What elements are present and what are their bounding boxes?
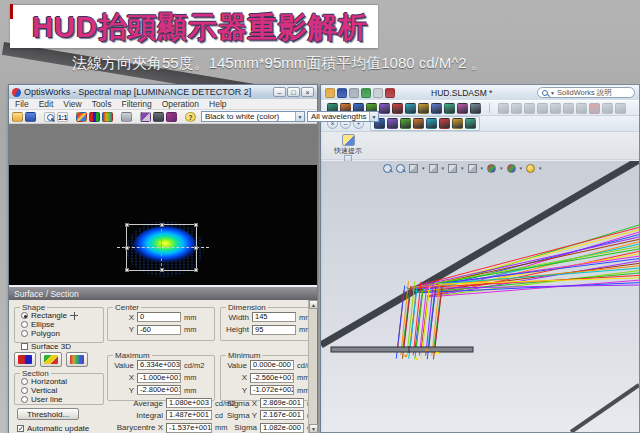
sw-feature-icon[interactable] xyxy=(405,103,416,114)
undo-icon[interactable] xyxy=(361,88,371,98)
sw-sketch-icon[interactable] xyxy=(537,103,548,114)
selection-handle[interactable] xyxy=(194,246,198,250)
scroll-down-button[interactable]: ▼ xyxy=(309,424,318,433)
quick-tips-widget[interactable]: 快速提示 xyxy=(333,134,363,162)
colormap-grid-icon[interactable] xyxy=(102,112,113,122)
scale-1-1-icon[interactable]: 1:1 xyxy=(57,112,68,122)
selection-handle[interactable] xyxy=(125,268,129,272)
surface-3d-checkbox[interactable]: Surface 3D xyxy=(21,342,71,351)
sw-evaluate-icon[interactable] xyxy=(387,118,398,129)
dimension-height-value[interactable]: 95 xyxy=(252,325,296,335)
minimum-value-value[interactable]: 0.000e-000 xyxy=(250,360,294,370)
colormap-dropdown[interactable]: Black to white (color)▼ xyxy=(201,111,305,122)
selection-handle[interactable] xyxy=(125,246,129,250)
clipboard-icon[interactable] xyxy=(373,88,383,98)
minimize-button[interactable]: – xyxy=(273,87,286,97)
threshold-button[interactable]: Threshold... xyxy=(17,408,79,420)
view-orientation-icon[interactable] xyxy=(448,164,457,173)
stat-integral-value[interactable]: 1.487e+001 xyxy=(166,410,212,420)
selection-rectangle[interactable] xyxy=(126,224,197,271)
center-y-value[interactable]: -60 xyxy=(137,325,181,335)
sw-sketch-icon[interactable] xyxy=(602,103,613,114)
menu-item-edit[interactable]: Edit xyxy=(39,99,54,109)
adjust-icon[interactable] xyxy=(153,112,164,122)
selection-handle[interactable] xyxy=(160,268,164,272)
menu-item-tools[interactable]: Tools xyxy=(92,99,112,109)
open-icon[interactable] xyxy=(325,88,335,98)
filter-icon[interactable] xyxy=(166,112,177,122)
selection-handle[interactable] xyxy=(125,223,129,227)
center-x-value[interactable]: 0 xyxy=(137,312,181,322)
sw-feature-icon[interactable] xyxy=(457,103,468,114)
help-lamp-icon[interactable]: ? xyxy=(185,112,196,122)
sw-sketch-icon[interactable] xyxy=(576,103,587,114)
stat-sigma-y-value[interactable]: 2.167e-001 xyxy=(260,410,304,420)
sw-sketch-icon[interactable] xyxy=(524,103,535,114)
stat-sigma-x-value[interactable]: 2.869e-001 xyxy=(260,398,304,408)
sw-sketch-icon[interactable] xyxy=(498,103,509,114)
zoom-icon[interactable] xyxy=(44,112,55,122)
display-style-icon[interactable] xyxy=(468,164,477,173)
menu-item-view[interactable]: View xyxy=(63,99,81,109)
solidworks-titlebar[interactable]: HUD.SLDASM * ▼ SolidWorks 說明 xyxy=(321,85,639,100)
sw-evaluate-icon[interactable] xyxy=(465,118,476,129)
section-option-user-line[interactable]: User line xyxy=(21,395,63,404)
section-view-icon[interactable] xyxy=(429,164,438,173)
maximum-value-value[interactable]: 6.334e+003 xyxy=(137,360,181,370)
colorbar-red-blue-icon[interactable] xyxy=(14,352,36,367)
shape-option-rectangle[interactable]: Rectangle xyxy=(21,311,78,320)
sw-sketch-icon[interactable] xyxy=(550,103,561,114)
colorbar-icon[interactable] xyxy=(89,112,100,122)
sw-sketch-icon[interactable] xyxy=(615,103,626,114)
previous-view-icon[interactable] xyxy=(409,164,418,173)
menu-item-help[interactable]: Help xyxy=(209,99,226,109)
maximum-x-value[interactable]: -1.000e+001 xyxy=(137,373,181,383)
sw-sketch-icon[interactable] xyxy=(511,103,522,114)
menu-item-file[interactable]: File xyxy=(15,99,29,109)
scene-icon[interactable] xyxy=(526,164,535,173)
maximize-button[interactable]: □ xyxy=(287,87,300,97)
sw-evaluate-icon[interactable] xyxy=(439,118,450,129)
optisworks-titlebar[interactable]: OptisWorks - Spectral map [LUMINANCE DET… xyxy=(9,85,317,99)
zoom-area-icon[interactable] xyxy=(396,164,405,173)
dimension-width-value[interactable]: 145 xyxy=(252,312,296,322)
sw-evaluate-icon[interactable] xyxy=(400,118,411,129)
scroll-up-button[interactable]: ▲ xyxy=(309,300,318,309)
minimum-x-value[interactable]: -2.560e+001 xyxy=(250,373,294,383)
open-folder-icon[interactable] xyxy=(12,112,23,122)
minimum-y-value[interactable]: -1.072e+002 xyxy=(250,385,294,395)
selection-handle[interactable] xyxy=(194,223,198,227)
maximum-y-value[interactable]: -2.800e+001 xyxy=(137,385,181,395)
menu-item-filtering[interactable]: Filtering xyxy=(121,99,151,109)
rainbow-grid-icon[interactable] xyxy=(66,352,88,367)
solidworks-3d-viewport[interactable]: ▾▾▾▾▾▾▾ xyxy=(321,161,639,432)
panel-scrollbar[interactable]: ▲ ▼ xyxy=(308,300,317,433)
sw-feature-icon[interactable] xyxy=(470,103,481,114)
sw-evaluate-icon[interactable] xyxy=(452,118,463,129)
print-icon[interactable] xyxy=(349,88,359,98)
stat-sigma-value[interactable]: 1.082e-000 xyxy=(260,423,304,433)
save-icon[interactable] xyxy=(25,112,36,122)
sw-evaluate-icon[interactable] xyxy=(413,118,424,129)
shapes-icon[interactable] xyxy=(140,112,151,122)
hide-show-icon[interactable] xyxy=(487,164,496,173)
stat-barycentre-x-value[interactable]: -1.537e+001 xyxy=(166,423,212,433)
shape-option-ellipse[interactable]: Ellipse xyxy=(21,320,55,329)
close-button[interactable]: × xyxy=(301,87,314,97)
shape-option-polygon[interactable]: Polygon xyxy=(21,329,60,338)
menu-item-operation[interactable]: Operation xyxy=(162,99,199,109)
sw-feature-icon[interactable] xyxy=(418,103,429,114)
zoom-fit-icon[interactable] xyxy=(383,164,392,173)
automatic-update-checkbox[interactable]: ✓Automatic update xyxy=(17,424,89,433)
color-triangle-icon[interactable] xyxy=(40,352,62,367)
sw-evaluate-icon[interactable] xyxy=(426,118,437,129)
sw-feature-icon[interactable] xyxy=(431,103,442,114)
appearance-icon[interactable] xyxy=(507,164,516,173)
sw-feature-icon[interactable] xyxy=(379,103,390,114)
selection-handle[interactable] xyxy=(194,268,198,272)
save-icon[interactable] xyxy=(337,88,347,98)
surface-section-panel-titlebar[interactable]: Surface / Section xyxy=(9,287,317,300)
wavelength-dropdown[interactable]: All wavelengths▼ xyxy=(307,111,379,122)
spectral-map-icon[interactable] xyxy=(76,112,87,122)
rebuild-icon[interactable] xyxy=(385,88,395,98)
